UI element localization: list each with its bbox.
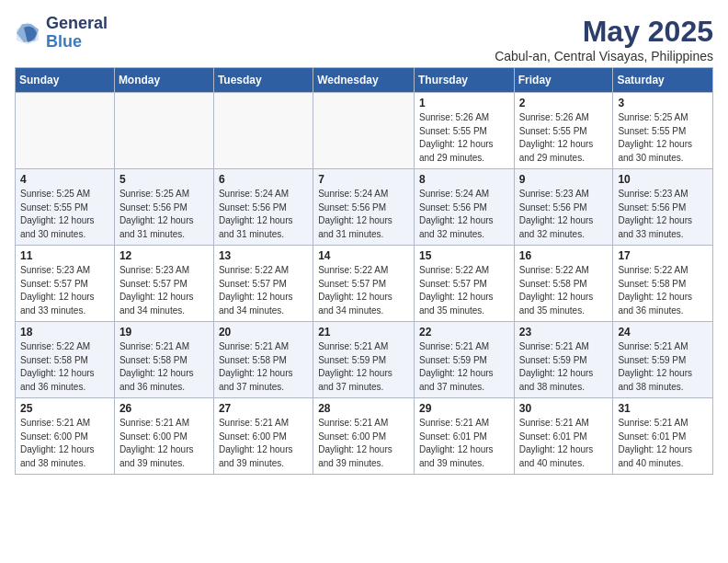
day-number: 25 (20, 402, 109, 415)
calendar-cell: 15Sunrise: 5:22 AM Sunset: 5:57 PM Dayli… (414, 246, 514, 322)
day-info: Sunrise: 5:25 AM Sunset: 5:55 PM Dayligh… (618, 111, 708, 165)
calendar-cell: 7Sunrise: 5:24 AM Sunset: 5:56 PM Daylig… (313, 169, 415, 246)
day-number: 2 (519, 97, 609, 109)
calendar-cell: 2Sunrise: 5:26 AM Sunset: 5:55 PM Daylig… (514, 93, 613, 169)
weekday-header-saturday: Saturday (613, 68, 713, 93)
day-number: 26 (119, 402, 209, 415)
day-info: Sunrise: 5:24 AM Sunset: 5:56 PM Dayligh… (219, 188, 308, 241)
calendar-cell: 21Sunrise: 5:21 AM Sunset: 5:59 PM Dayli… (313, 322, 415, 398)
day-number: 13 (219, 249, 308, 262)
calendar-cell: 20Sunrise: 5:21 AM Sunset: 5:58 PM Dayli… (213, 322, 313, 398)
day-number: 31 (618, 402, 708, 415)
day-info: Sunrise: 5:21 AM Sunset: 6:00 PM Dayligh… (119, 417, 209, 470)
day-info: Sunrise: 5:21 AM Sunset: 5:58 PM Dayligh… (119, 340, 209, 394)
calendar-cell: 26Sunrise: 5:21 AM Sunset: 6:00 PM Dayli… (114, 398, 213, 475)
day-number: 11 (20, 249, 109, 262)
day-number: 21 (318, 326, 409, 339)
calendar-cell: 6Sunrise: 5:24 AM Sunset: 5:56 PM Daylig… (213, 169, 313, 246)
calendar-cell: 31Sunrise: 5:21 AM Sunset: 6:01 PM Dayli… (613, 398, 713, 475)
calendar-cell: 18Sunrise: 5:22 AM Sunset: 5:58 PM Dayli… (16, 322, 115, 398)
calendar-cell: 24Sunrise: 5:21 AM Sunset: 5:59 PM Dayli… (613, 322, 713, 398)
weekday-header-sunday: Sunday (16, 68, 115, 93)
day-number: 5 (119, 173, 209, 186)
weekday-header-wednesday: Wednesday (313, 68, 415, 93)
day-info: Sunrise: 5:21 AM Sunset: 6:00 PM Dayligh… (20, 417, 109, 470)
calendar-cell: 14Sunrise: 5:22 AM Sunset: 5:57 PM Dayli… (313, 246, 415, 322)
day-info: Sunrise: 5:22 AM Sunset: 5:58 PM Dayligh… (20, 340, 109, 394)
day-info: Sunrise: 5:23 AM Sunset: 5:56 PM Dayligh… (519, 188, 609, 241)
day-info: Sunrise: 5:22 AM Sunset: 5:57 PM Dayligh… (318, 264, 409, 317)
calendar-table: SundayMondayTuesdayWednesdayThursdayFrid… (15, 67, 713, 475)
title-block: May 2025 Cabul-an, Central Visayas, Phil… (495, 15, 713, 63)
calendar-cell: 27Sunrise: 5:21 AM Sunset: 6:00 PM Dayli… (213, 398, 313, 475)
calendar-cell: 1Sunrise: 5:26 AM Sunset: 5:55 PM Daylig… (414, 93, 514, 169)
day-number: 3 (618, 97, 708, 109)
location-subtitle: Cabul-an, Central Visayas, Philippines (495, 49, 713, 63)
day-info: Sunrise: 5:21 AM Sunset: 5:59 PM Dayligh… (419, 340, 509, 394)
weekday-header-thursday: Thursday (414, 68, 514, 93)
day-number: 4 (20, 173, 109, 186)
day-number: 12 (119, 249, 209, 262)
calendar-cell: 11Sunrise: 5:23 AM Sunset: 5:57 PM Dayli… (16, 246, 115, 322)
calendar-cell: 3Sunrise: 5:25 AM Sunset: 5:55 PM Daylig… (613, 93, 713, 169)
page-header: General Blue May 2025 Cabul-an, Central … (15, 15, 713, 63)
calendar-cell (114, 93, 213, 169)
day-number: 19 (119, 326, 209, 339)
day-info: Sunrise: 5:21 AM Sunset: 6:00 PM Dayligh… (318, 417, 409, 470)
day-info: Sunrise: 5:23 AM Sunset: 5:57 PM Dayligh… (20, 264, 109, 317)
day-number: 17 (618, 249, 708, 262)
day-number: 8 (419, 173, 509, 186)
day-info: Sunrise: 5:24 AM Sunset: 5:56 PM Dayligh… (318, 188, 409, 241)
day-number: 18 (20, 326, 109, 339)
weekday-header-friday: Friday (514, 68, 613, 93)
weekday-header-monday: Monday (114, 68, 213, 93)
week-row-1: 1Sunrise: 5:26 AM Sunset: 5:55 PM Daylig… (16, 93, 713, 169)
calendar-cell: 16Sunrise: 5:22 AM Sunset: 5:58 PM Dayli… (514, 246, 613, 322)
day-number: 30 (519, 402, 609, 415)
calendar-cell: 9Sunrise: 5:23 AM Sunset: 5:56 PM Daylig… (514, 169, 613, 246)
day-number: 7 (318, 173, 409, 186)
day-info: Sunrise: 5:21 AM Sunset: 5:59 PM Dayligh… (519, 340, 609, 394)
day-number: 9 (519, 173, 609, 186)
day-number: 22 (419, 326, 509, 339)
day-info: Sunrise: 5:24 AM Sunset: 5:56 PM Dayligh… (419, 188, 509, 241)
month-year-title: May 2025 (495, 15, 713, 49)
week-row-4: 18Sunrise: 5:22 AM Sunset: 5:58 PM Dayli… (16, 322, 713, 398)
logo-icon (15, 20, 40, 46)
day-number: 6 (219, 173, 308, 186)
weekday-header-tuesday: Tuesday (213, 68, 313, 93)
calendar-cell (16, 93, 115, 169)
week-row-2: 4Sunrise: 5:25 AM Sunset: 5:55 PM Daylig… (16, 169, 713, 246)
day-info: Sunrise: 5:21 AM Sunset: 6:00 PM Dayligh… (219, 417, 308, 470)
day-info: Sunrise: 5:21 AM Sunset: 5:59 PM Dayligh… (318, 340, 409, 394)
logo-text: General Blue (46, 15, 108, 52)
calendar-cell: 12Sunrise: 5:23 AM Sunset: 5:57 PM Dayli… (114, 246, 213, 322)
day-number: 1 (419, 97, 509, 109)
calendar-cell: 25Sunrise: 5:21 AM Sunset: 6:00 PM Dayli… (16, 398, 115, 475)
day-info: Sunrise: 5:22 AM Sunset: 5:58 PM Dayligh… (519, 264, 609, 317)
day-info: Sunrise: 5:23 AM Sunset: 5:56 PM Dayligh… (618, 188, 708, 241)
day-number: 28 (318, 402, 409, 415)
day-number: 24 (618, 326, 708, 339)
calendar-cell: 4Sunrise: 5:25 AM Sunset: 5:55 PM Daylig… (16, 169, 115, 246)
calendar-cell: 30Sunrise: 5:21 AM Sunset: 6:01 PM Dayli… (514, 398, 613, 475)
week-row-3: 11Sunrise: 5:23 AM Sunset: 5:57 PM Dayli… (16, 246, 713, 322)
calendar-cell (313, 93, 415, 169)
calendar-cell: 22Sunrise: 5:21 AM Sunset: 5:59 PM Dayli… (414, 322, 514, 398)
day-number: 29 (419, 402, 509, 415)
weekday-header-row: SundayMondayTuesdayWednesdayThursdayFrid… (16, 68, 713, 93)
day-number: 23 (519, 326, 609, 339)
day-info: Sunrise: 5:26 AM Sunset: 5:55 PM Dayligh… (419, 111, 509, 165)
day-info: Sunrise: 5:26 AM Sunset: 5:55 PM Dayligh… (519, 111, 609, 165)
day-number: 10 (618, 173, 708, 186)
day-info: Sunrise: 5:25 AM Sunset: 5:56 PM Dayligh… (119, 188, 209, 241)
day-number: 15 (419, 249, 509, 262)
calendar-cell: 29Sunrise: 5:21 AM Sunset: 6:01 PM Dayli… (414, 398, 514, 475)
day-number: 16 (519, 249, 609, 262)
day-number: 27 (219, 402, 308, 415)
day-info: Sunrise: 5:25 AM Sunset: 5:55 PM Dayligh… (20, 188, 109, 241)
day-info: Sunrise: 5:22 AM Sunset: 5:57 PM Dayligh… (219, 264, 308, 317)
calendar-cell: 10Sunrise: 5:23 AM Sunset: 5:56 PM Dayli… (613, 169, 713, 246)
calendar-cell (213, 93, 313, 169)
day-info: Sunrise: 5:21 AM Sunset: 6:01 PM Dayligh… (419, 417, 509, 470)
